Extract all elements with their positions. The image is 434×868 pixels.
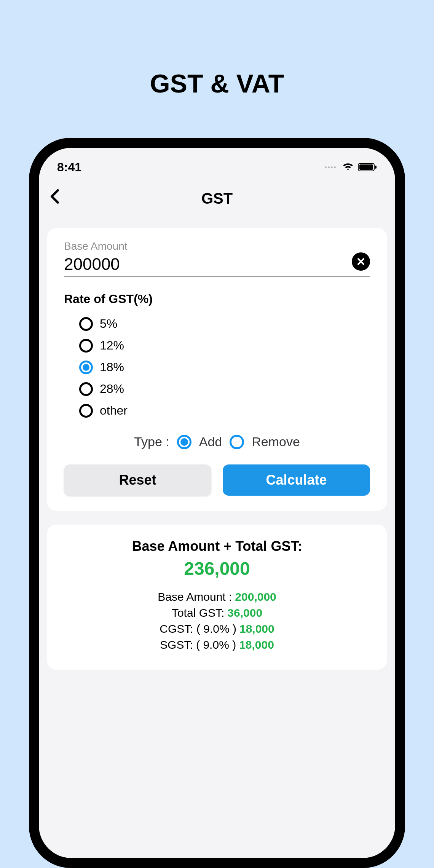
radio-icon — [79, 339, 93, 353]
result-label: SGST: ( 9.0% ) — [160, 638, 236, 651]
radio-selected-icon — [180, 438, 188, 446]
base-amount-value: 200000 — [64, 255, 352, 274]
phone-screen: 8:41 GST — [39, 148, 395, 858]
calculate-button[interactable]: Calculate — [223, 464, 370, 496]
content-area: Base Amount 200000 Rate of GST(%) 5% — [39, 218, 395, 680]
rate-option-12[interactable]: 12% — [79, 338, 370, 353]
result-row-total-gst: Total GST: 36,000 — [64, 606, 370, 619]
battery-icon — [358, 163, 377, 172]
type-add-label: Add — [199, 434, 222, 449]
input-card: Base Amount 200000 Rate of GST(%) 5% — [47, 228, 387, 511]
rate-option-28[interactable]: 28% — [79, 382, 370, 396]
rate-option-other[interactable]: other — [79, 404, 370, 418]
radio-icon — [79, 361, 93, 374]
result-row-base: Base Amount : 200,000 — [64, 590, 370, 603]
page-title: GST — [49, 190, 385, 207]
svg-rect-1 — [359, 164, 373, 170]
result-value: 36,000 — [227, 606, 262, 619]
type-row: Type : Add Remove — [64, 434, 370, 449]
result-card: Base Amount + Total GST: 236,000 Base Am… — [47, 525, 387, 670]
radio-icon — [79, 404, 93, 418]
result-main-value: 236,000 — [64, 558, 370, 579]
radio-icon — [79, 382, 93, 396]
result-label: Total GST: — [172, 606, 224, 619]
type-remove-label: Remove — [252, 434, 300, 449]
rate-option-label: 12% — [100, 338, 124, 353]
base-amount-input-row: Base Amount 200000 — [64, 240, 370, 277]
button-row: Reset Calculate — [64, 464, 370, 496]
rate-option-label: other — [100, 404, 128, 418]
type-option-remove[interactable] — [230, 435, 244, 449]
close-icon — [356, 257, 365, 266]
rate-option-label: 5% — [100, 317, 117, 331]
phone-frame: 8:41 GST — [29, 138, 405, 868]
result-label: CGST: ( 9.0% ) — [160, 622, 236, 635]
wifi-icon — [342, 163, 354, 172]
result-value: 18,000 — [239, 638, 274, 651]
rate-option-label: 18% — [100, 360, 124, 374]
status-bar: 8:41 — [39, 148, 395, 180]
rate-option-18[interactable]: 18% — [79, 360, 370, 374]
status-indicators — [325, 163, 377, 172]
result-row-cgst: CGST: ( 9.0% ) 18,000 — [64, 622, 370, 635]
result-row-sgst: SGST: ( 9.0% ) 18,000 — [64, 638, 370, 651]
result-label: Base Amount : — [158, 590, 232, 603]
clear-input-button[interactable] — [352, 252, 370, 271]
rate-option-label: 28% — [100, 382, 124, 396]
result-title: Base Amount + Total GST: — [64, 538, 370, 554]
promo-title: GST & VAT — [0, 69, 434, 98]
result-value: 18,000 — [239, 622, 274, 635]
status-time: 8:41 — [57, 160, 81, 174]
rate-section-title: Rate of GST(%) — [64, 292, 370, 306]
result-value: 200,000 — [235, 590, 276, 603]
base-amount-input[interactable]: Base Amount 200000 — [64, 240, 352, 274]
rate-option-5[interactable]: 5% — [79, 317, 370, 331]
type-label: Type : — [134, 434, 169, 449]
rate-radio-group: 5% 12% 18% 28% — [64, 317, 370, 418]
cellular-icon — [325, 166, 336, 168]
reset-button[interactable]: Reset — [64, 464, 211, 496]
radio-icon — [79, 317, 93, 331]
base-amount-label: Base Amount — [64, 240, 352, 252]
svg-rect-2 — [375, 166, 377, 169]
nav-bar: GST — [39, 180, 395, 218]
type-option-add[interactable] — [177, 435, 191, 449]
